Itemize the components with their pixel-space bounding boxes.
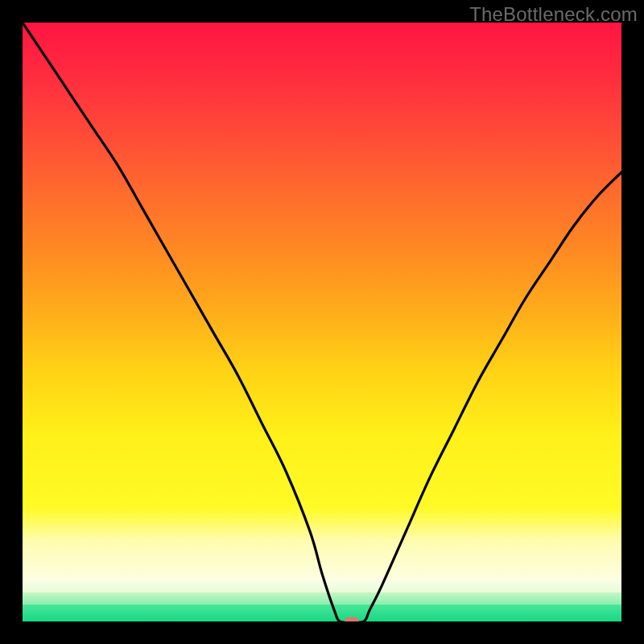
watermark-text: TheBottleneck.com <box>469 3 638 26</box>
bottleneck-curve <box>23 23 621 621</box>
chart-canvas: TheBottleneck.com <box>0 0 644 644</box>
optimum-marker-icon <box>345 617 359 622</box>
plot-area <box>23 23 621 621</box>
